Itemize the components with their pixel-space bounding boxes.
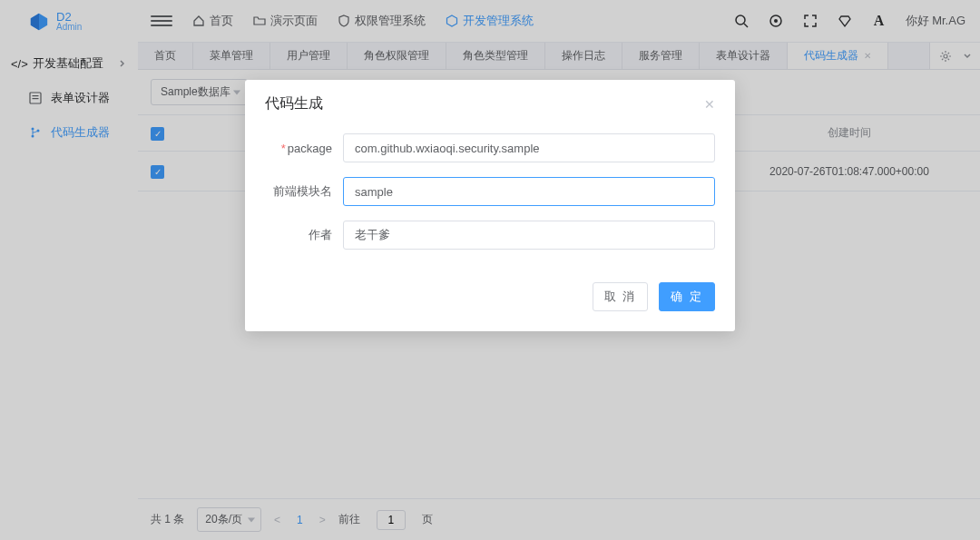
- ok-button[interactable]: 确 定: [659, 282, 715, 311]
- code-generate-dialog: 代码生成 ✕ *package 前端模块名 作者 取 消 确 定: [245, 80, 735, 331]
- close-icon[interactable]: ✕: [704, 97, 715, 112]
- label-module: 前端模块名: [265, 183, 332, 200]
- input-package[interactable]: [343, 133, 715, 162]
- input-author[interactable]: [343, 221, 715, 250]
- modal-mask[interactable]: 代码生成 ✕ *package 前端模块名 作者 取 消 确 定: [0, 0, 980, 540]
- modal-title: 代码生成: [265, 94, 323, 113]
- input-module[interactable]: [343, 177, 715, 206]
- label-package: *package: [265, 142, 332, 155]
- cancel-button[interactable]: 取 消: [593, 282, 649, 311]
- label-author: 作者: [265, 227, 332, 243]
